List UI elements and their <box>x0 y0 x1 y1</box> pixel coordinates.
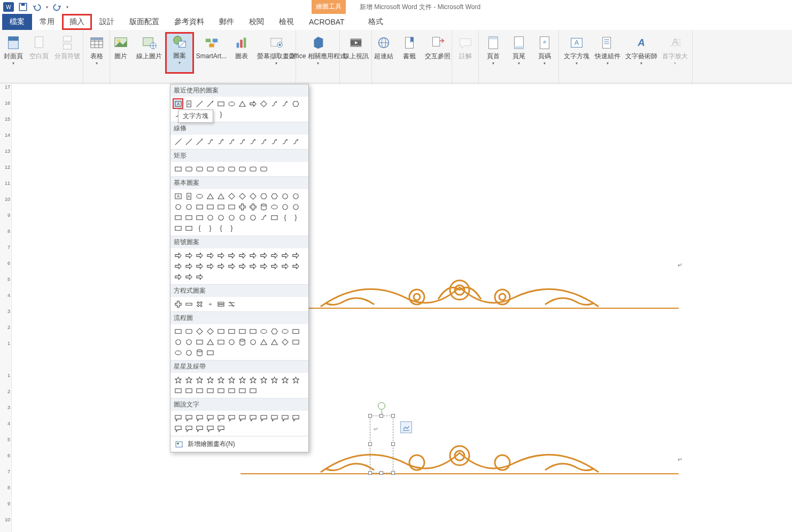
shape-option[interactable] <box>183 347 194 358</box>
shape-option[interactable] <box>194 374 205 385</box>
tab-format[interactable]: 格式 <box>361 14 391 30</box>
shape-option[interactable] <box>247 136 258 147</box>
resize-handle[interactable] <box>368 442 372 446</box>
shape-option[interactable] <box>247 191 258 201</box>
resize-handle[interactable] <box>391 414 395 418</box>
office-apps-button[interactable]: Office 相關應用程式 <box>298 32 338 74</box>
shape-option[interactable] <box>194 212 205 223</box>
blank-page-button[interactable]: 空白頁 <box>27 32 51 74</box>
cross-reference-button[interactable]: 交互參照 <box>423 32 453 74</box>
shape-option[interactable] <box>279 201 290 212</box>
shape-option[interactable] <box>290 326 301 337</box>
comment-button[interactable]: 註解 <box>453 32 478 74</box>
tab-references[interactable]: 參考資料 <box>167 14 212 30</box>
shape-option[interactable] <box>173 212 183 223</box>
shape-option[interactable] <box>279 374 290 385</box>
shape-option[interactable] <box>215 163 226 174</box>
shape-option[interactable] <box>194 261 205 271</box>
shape-option[interactable] <box>194 326 205 337</box>
resize-handle[interactable] <box>379 414 383 418</box>
shape-option[interactable] <box>173 136 183 147</box>
new-drawing-canvas[interactable]: 新增繪圖畫布(N) <box>170 436 308 452</box>
shape-option[interactable] <box>237 136 247 147</box>
shape-option[interactable]: { <box>279 212 290 223</box>
shape-option[interactable] <box>226 337 237 347</box>
resize-handle[interactable] <box>368 471 372 475</box>
shape-option[interactable] <box>194 136 205 147</box>
shape-option[interactable] <box>205 250 215 261</box>
online-video-button[interactable]: 線上視訊 <box>341 32 371 74</box>
tab-insert[interactable]: 插入 <box>62 14 92 30</box>
shape-option[interactable] <box>269 374 279 385</box>
resize-handle[interactable] <box>379 471 383 475</box>
shape-option[interactable] <box>205 337 215 347</box>
shape-option[interactable] <box>215 98 226 109</box>
shape-option[interactable] <box>173 374 183 385</box>
header-button[interactable]: 頁首 <box>481 32 506 74</box>
shape-option[interactable] <box>279 261 290 271</box>
shape-option[interactable] <box>205 347 215 358</box>
shape-option[interactable] <box>183 337 194 347</box>
shape-option[interactable] <box>173 201 183 212</box>
shape-option[interactable] <box>173 412 183 423</box>
table-button[interactable]: 表格 <box>84 32 109 74</box>
shape-option[interactable] <box>226 385 237 396</box>
shape-option[interactable] <box>279 136 290 147</box>
shape-option[interactable] <box>205 374 215 385</box>
shape-option[interactable] <box>194 98 205 109</box>
shape-option[interactable] <box>173 299 183 309</box>
bookmark-button[interactable]: 書籤 <box>397 32 422 74</box>
shape-option[interactable] <box>183 299 194 309</box>
shape-option[interactable] <box>226 326 237 337</box>
shape-option[interactable]: { <box>194 223 205 233</box>
shape-option[interactable] <box>247 261 258 271</box>
shape-option[interactable]: A <box>173 191 183 201</box>
shape-option[interactable] <box>247 374 258 385</box>
shape-option[interactable] <box>247 212 258 223</box>
shape-option[interactable] <box>269 412 279 423</box>
shape-option[interactable] <box>205 326 215 337</box>
shape-option[interactable] <box>258 374 269 385</box>
text-box-button[interactable]: A 文字方塊 <box>562 32 592 74</box>
save-icon[interactable] <box>18 2 28 12</box>
shape-option[interactable] <box>247 250 258 261</box>
shape-option[interactable] <box>237 98 247 109</box>
shape-option[interactable] <box>183 201 194 212</box>
shape-option[interactable] <box>183 374 194 385</box>
shape-option[interactable] <box>194 412 205 423</box>
selected-textbox[interactable]: ↵ <box>370 416 393 473</box>
shape-option[interactable] <box>194 271 205 282</box>
shape-option[interactable] <box>279 98 290 109</box>
shape-option[interactable] <box>226 250 237 261</box>
shape-option[interactable] <box>226 212 237 223</box>
shape-option[interactable] <box>258 136 269 147</box>
drop-cap-button[interactable]: A 首字放大 <box>660 32 690 74</box>
shape-option[interactable] <box>173 385 183 396</box>
shape-option[interactable] <box>205 163 215 174</box>
page-break-button[interactable]: 分頁符號 <box>52 32 82 74</box>
layout-options-button[interactable] <box>400 421 412 433</box>
shape-option[interactable] <box>215 191 226 201</box>
shape-option[interactable] <box>173 261 183 271</box>
shape-option[interactable] <box>290 136 301 147</box>
shape-option[interactable] <box>226 136 237 147</box>
shape-option[interactable] <box>215 326 226 337</box>
shape-option[interactable] <box>279 250 290 261</box>
shape-option[interactable] <box>215 261 226 271</box>
shape-option[interactable] <box>215 423 226 434</box>
shape-option[interactable] <box>173 423 183 434</box>
shape-option[interactable] <box>290 337 301 347</box>
cover-page-button[interactable]: 封面頁 <box>1 32 26 74</box>
shape-option[interactable] <box>290 412 301 423</box>
shape-option[interactable] <box>269 201 279 212</box>
shape-option[interactable] <box>194 337 205 347</box>
shape-option[interactable] <box>215 337 226 347</box>
tab-design[interactable]: 設計 <box>92 14 122 30</box>
shape-option[interactable] <box>237 385 247 396</box>
shape-option[interactable] <box>183 212 194 223</box>
hyperlink-button[interactable]: 超連結 <box>371 32 396 74</box>
shape-option[interactable] <box>258 250 269 261</box>
shape-option[interactable] <box>215 201 226 212</box>
shape-option[interactable] <box>226 412 237 423</box>
shape-option[interactable] <box>258 261 269 271</box>
